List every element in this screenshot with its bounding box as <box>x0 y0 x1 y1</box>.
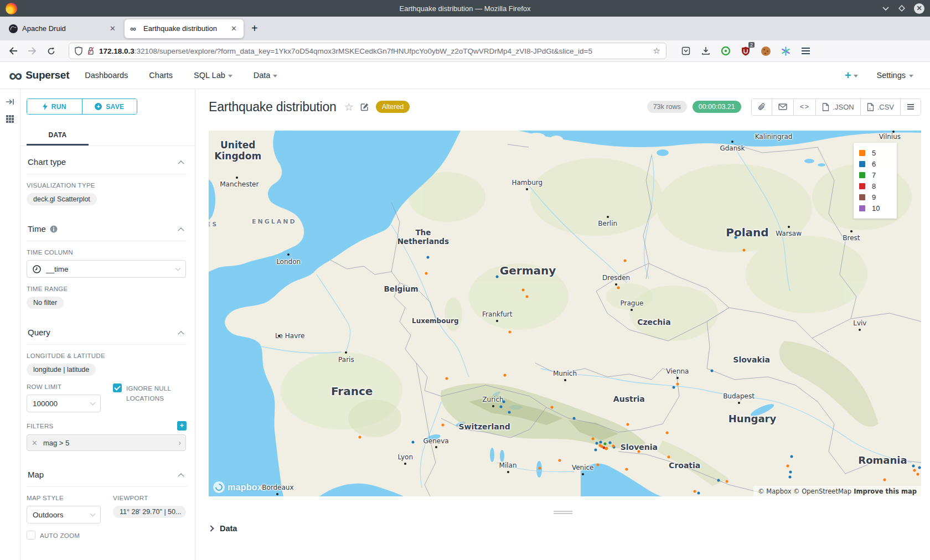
section-query[interactable]: Query <box>27 317 187 345</box>
data-panel-toggle[interactable]: Data <box>209 524 237 533</box>
remove-filter-icon[interactable]: ✕ <box>32 439 38 447</box>
map-points-layer <box>209 131 921 496</box>
export-json-button[interactable]: .JSON <box>816 99 860 115</box>
scatter-point <box>789 470 792 473</box>
menu-hamburger-icon[interactable] <box>799 45 812 57</box>
tab-data[interactable]: DATA <box>27 127 89 146</box>
save-button[interactable]: + SAVE <box>82 99 137 114</box>
minimize-icon[interactable] <box>882 6 890 11</box>
map-style-select[interactable]: Outdoors <box>27 506 101 523</box>
scatter-point <box>504 374 507 377</box>
hamburger-icon <box>907 103 914 110</box>
run-button[interactable]: RUN <box>27 99 82 114</box>
ublock-badge: 2 <box>748 42 755 48</box>
chevron-down-icon <box>909 75 913 77</box>
superset-logo[interactable]: ∞ Superset <box>9 67 69 84</box>
filter-chip[interactable]: ✕ mag > 5 › <box>27 434 186 451</box>
nav-charts[interactable]: Charts <box>149 71 173 80</box>
chart-menu-button[interactable] <box>901 99 921 115</box>
back-icon[interactable] <box>6 43 21 59</box>
close-icon[interactable]: ✕ <box>914 3 924 14</box>
lock-crossed-icon[interactable] <box>87 46 95 55</box>
altered-badge[interactable]: Altered <box>376 101 410 113</box>
favorite-star-icon[interactable]: ☆ <box>344 101 354 113</box>
cookie-icon[interactable] <box>760 45 772 57</box>
time-range-value[interactable]: No filter <box>27 297 64 309</box>
legend-label: 9 <box>872 193 876 201</box>
tab-earthquake-distribution[interactable]: ∞ Earthquake distribution ✕ <box>125 19 244 38</box>
legend-item: 9 <box>859 193 891 201</box>
legend-swatch-icon <box>859 150 865 156</box>
row-limit-select[interactable]: 100000 <box>27 395 101 412</box>
envelope-icon <box>778 103 787 110</box>
row-limit-label: ROW LIMIT <box>27 383 101 390</box>
tab-strip: Apache Druid ✕ ∞ Earthquake distribution… <box>0 17 930 40</box>
viz-type-label: VISUALIZATION TYPE <box>27 182 187 189</box>
nav-sql-lab[interactable]: SQL Lab <box>194 71 232 80</box>
ignore-null-checkbox-row[interactable]: IGNORE NULL LOCATIONS <box>113 383 185 403</box>
section-chart-type[interactable]: Chart type <box>27 146 187 174</box>
auto-zoom-checkbox-row[interactable]: AUTO ZOOM <box>27 531 187 541</box>
download-icon[interactable] <box>700 45 712 57</box>
shield-icon[interactable] <box>75 46 82 55</box>
viz-type-value[interactable]: deck.gl Scatterplot <box>27 193 97 205</box>
chevron-down-icon <box>854 75 858 77</box>
legend-swatch-icon <box>859 172 865 178</box>
new-tab-button[interactable]: + <box>246 22 264 35</box>
chevron-up-icon <box>178 473 184 479</box>
scatter-point <box>725 480 728 483</box>
clock-icon <box>33 265 41 273</box>
mapbox-logo[interactable]: mapbox <box>213 481 262 493</box>
extension-asterisk-icon[interactable] <box>779 45 792 57</box>
improve-map-link[interactable]: Improve this map <box>854 488 917 495</box>
plus-circle-icon: + <box>95 103 102 110</box>
extension-green-icon[interactable] <box>720 45 732 57</box>
tab-close-icon[interactable]: ✕ <box>108 24 117 33</box>
ublock-icon[interactable]: 2 <box>740 45 752 57</box>
section-time[interactable]: Time <box>27 213 187 241</box>
legend-swatch-icon <box>859 161 865 167</box>
nav-data[interactable]: Data <box>254 71 278 80</box>
email-button[interactable] <box>772 99 794 115</box>
viewport-label: VIEWPORT <box>113 495 186 501</box>
nav-dashboards[interactable]: Dashboards <box>85 71 128 80</box>
scatter-point <box>916 473 919 475</box>
panel-tabs: DATA <box>20 127 195 146</box>
tab-apache-druid[interactable]: Apache Druid ✕ <box>3 19 122 38</box>
legend-item: 10 <box>859 204 891 212</box>
lonlat-value[interactable]: longitude | latitude <box>27 364 96 376</box>
legend-item: 8 <box>859 182 891 190</box>
embed-code-button[interactable]: <> <box>794 99 817 115</box>
tab-close-icon[interactable]: ✕ <box>230 24 238 33</box>
chevron-down-icon <box>175 266 181 271</box>
pocket-shield-icon[interactable] <box>680 45 692 57</box>
datasource-grid-icon[interactable] <box>6 115 14 123</box>
settings-menu[interactable]: Settings <box>877 71 913 80</box>
scatter-point <box>594 449 597 452</box>
info-icon <box>50 225 58 233</box>
add-filter-button[interactable]: + <box>177 421 187 431</box>
viewport-value[interactable]: 11° 28' 29.70" | 50... <box>113 506 186 518</box>
map-canvas[interactable]: United KingdomENGLANDESManchesterLondonL… <box>209 131 921 496</box>
forward-icon[interactable] <box>24 43 40 59</box>
maximize-icon[interactable] <box>898 5 905 12</box>
url-bar[interactable]: 172.18.0.3:32108/superset/explore/?form_… <box>69 43 666 59</box>
export-csv-button[interactable]: x .CSV <box>861 99 901 115</box>
section-point-size[interactable]: Point Size <box>27 553 187 560</box>
scatter-point <box>789 475 792 478</box>
new-item-button[interactable]: + <box>845 69 858 82</box>
time-column-select[interactable]: __time <box>27 260 186 278</box>
scatter-point <box>623 260 626 262</box>
panel-resize-handle[interactable] <box>554 511 572 514</box>
scatter-point <box>676 383 679 386</box>
time-column-label: TIME COLUMN <box>27 249 187 256</box>
checkbox-checked-icon[interactable] <box>113 383 122 392</box>
collapse-panel-icon[interactable] <box>6 98 14 106</box>
reload-icon[interactable] <box>43 43 59 59</box>
scatter-point <box>605 448 608 450</box>
copy-link-button[interactable] <box>752 99 772 115</box>
checkbox-unchecked-icon[interactable] <box>27 531 35 540</box>
section-map[interactable]: Map <box>27 459 187 487</box>
bookmark-star-icon[interactable]: ☆ <box>653 46 660 56</box>
edit-icon[interactable] <box>360 102 369 111</box>
